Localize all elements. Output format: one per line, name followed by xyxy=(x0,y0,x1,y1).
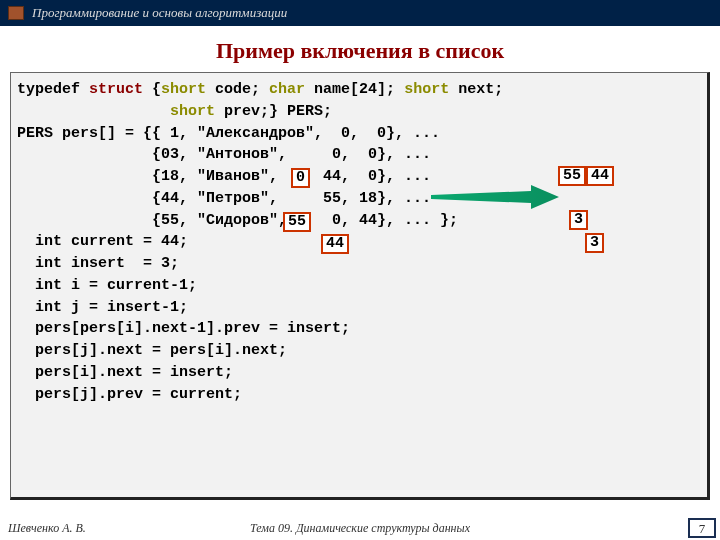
code-line-b5: pers[pers[i].next-1].prev = insert; xyxy=(17,318,701,340)
code-line-arr1: {03, "Антонов", 0, 0}, ... xyxy=(17,144,701,166)
code-line-b7: pers[i].next = insert; xyxy=(17,362,701,384)
arrow-icon xyxy=(431,185,561,215)
overlay-petrov-next: 55 xyxy=(283,212,311,232)
code-line-arr0: PERS pers[] = {{ 1, "Александров", 0, 0}… xyxy=(17,123,701,145)
overlay-link-3a: 3 xyxy=(569,210,588,230)
footer: Шевченко А. В. Тема 09. Динамические стр… xyxy=(0,516,720,540)
code-line-b4: int j = insert-1; xyxy=(17,297,701,319)
overlay-link-44: 44 xyxy=(586,166,614,186)
slide-title: Пример включения в список xyxy=(0,38,720,64)
course-title: Программирование и основы алгоритмизации xyxy=(32,5,287,21)
overlay-link-55: 55 xyxy=(558,166,586,186)
code-line-b6: pers[j].next = pers[i].next; xyxy=(17,340,701,362)
footer-author: Шевченко А. В. xyxy=(8,521,86,536)
overlay-link-3b: 3 xyxy=(585,233,604,253)
code-line-b8: pers[j].prev = current; xyxy=(17,384,701,406)
page-number: 7 xyxy=(688,518,716,538)
overlay-sidorov-prev: 44 xyxy=(321,234,349,254)
code-line-b3: int i = current-1; xyxy=(17,275,701,297)
code-line-typedef-1: typedef struct {short code; char name[24… xyxy=(17,79,701,101)
book-icon xyxy=(8,6,24,20)
code-line-b2: int insert = 3; xyxy=(17,253,701,275)
code-line-arr3: {44, "Петров", 55, 18}, ... xyxy=(17,188,701,210)
code-block: typedef struct {short code; char name[24… xyxy=(10,72,710,500)
svg-marker-0 xyxy=(431,185,559,209)
code-line-typedef-2: short prev;} PERS; xyxy=(17,101,701,123)
overlay-antonov-next: 0 xyxy=(291,168,310,188)
header-bar: Программирование и основы алгоритмизации xyxy=(0,0,720,26)
code-line-arr4: {55, "Сидоров", 0, 44}, ... }; xyxy=(17,210,701,232)
footer-topic: Тема 09. Динамические структуры данных xyxy=(0,521,720,536)
